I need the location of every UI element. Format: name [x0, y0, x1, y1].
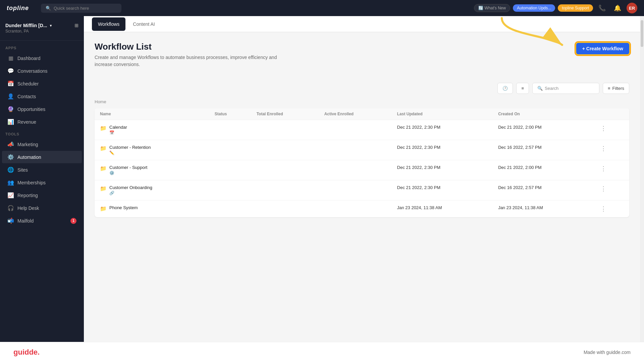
sidebar: Dunder Mifflin [D... ▼ ⊞ Scranton, PA Ap… — [0, 16, 84, 342]
total-enrolled-cell-1 — [251, 140, 319, 160]
status-cell-1 — [209, 140, 251, 160]
revenue-icon: 📊 — [7, 119, 14, 125]
created-on-cell-0: Dec 21 2022, 2:00 PM — [493, 120, 594, 140]
chevron-down-icon: ▼ — [49, 24, 52, 27]
support-sub-icon: ⚙️ — [109, 171, 114, 175]
sidebar-item-sites[interactable]: 🌐 Sites — [2, 164, 82, 176]
total-enrolled-cell-3 — [251, 180, 319, 200]
sidebar-item-helpdesk[interactable]: 🎧 Help Desk — [2, 202, 82, 214]
total-enrolled-cell-0 — [251, 120, 319, 140]
whats-new-icon: 🔄 — [478, 6, 483, 10]
sidebar-item-automation[interactable]: ⚙️ Automation — [2, 151, 82, 163]
memberships-icon: 👥 — [7, 179, 14, 186]
table-row: 📁 Customer Onboarding 🔗 Dec 21 2022, 2:3… — [95, 180, 629, 200]
actions-cell-0[interactable]: ⋮ — [594, 120, 629, 140]
last-updated-cell-4: Jan 23 2024, 11:38 AM — [392, 200, 493, 218]
global-search[interactable]: 🔍 Quick search here — [41, 4, 121, 13]
last-updated-cell-0: Dec 21 2022, 2:30 PM — [392, 120, 493, 140]
list-view-button[interactable]: ≡ — [516, 83, 529, 94]
more-options-icon: ⋮ — [599, 125, 608, 132]
total-enrolled-cell-4 — [251, 200, 319, 218]
col-total-enrolled: Total Enrolled — [251, 108, 319, 120]
scheduler-icon: 📅 — [7, 80, 14, 87]
scrollbar-thumb[interactable] — [641, 20, 643, 47]
col-status: Status — [209, 108, 251, 120]
retention-sub-icon: ✏️ — [109, 150, 114, 155]
filter-icon: ≡ — [608, 86, 610, 91]
last-updated-cell-1: Dec 21 2022, 2:30 PM — [392, 140, 493, 160]
create-workflow-button[interactable]: + Create Workflow — [576, 43, 629, 54]
created-on-cell-2: Dec 21 2022, 2:00 PM — [493, 160, 594, 180]
actions-cell-4[interactable]: ⋮ — [594, 200, 629, 218]
folder-icon: 📁 — [100, 165, 107, 172]
sidebar-item-contacts[interactable]: 👤 Contacts — [2, 90, 82, 103]
created-on-cell-1: Dec 16 2022, 2:57 PM — [493, 140, 594, 160]
active-enrolled-cell-2 — [319, 160, 392, 180]
sidebar-item-conversations[interactable]: 💬 Conversations — [2, 65, 82, 77]
company-header: Dunder Mifflin [D... ▼ ⊞ Scranton, PA — [0, 23, 84, 41]
app-logo: topline — [7, 5, 29, 12]
workflow-name-cell[interactable]: 📁 Calendar 📅 — [95, 120, 209, 140]
more-options-icon: ⋮ — [599, 185, 608, 192]
user-avatar[interactable]: ER — [627, 3, 637, 13]
mailfold-icon: 📬 — [7, 218, 14, 224]
col-created-on: Created On — [493, 108, 594, 120]
conversations-icon: 💬 — [7, 68, 14, 74]
actions-cell-1[interactable]: ⋮ — [594, 140, 629, 160]
workflow-search[interactable]: 🔍 Search — [532, 83, 599, 94]
sites-icon: 🌐 — [7, 167, 14, 173]
folder-icon: 📁 — [100, 125, 107, 131]
support-pill[interactable]: topline Support — [558, 4, 593, 12]
status-cell-2 — [209, 160, 251, 180]
layout-icon: ⊞ — [74, 23, 78, 28]
tab-content-ai[interactable]: Content AI — [127, 17, 161, 31]
sidebar-item-memberships[interactable]: 👥 Memberships — [2, 176, 82, 189]
time-view-button[interactable]: 🕐 — [497, 83, 513, 94]
created-on-cell-4: Jan 23 2024, 11:38 AM — [493, 200, 594, 218]
phone-icon-button[interactable]: 📞 — [596, 3, 608, 13]
contacts-icon: 👤 — [7, 93, 14, 100]
sidebar-item-marketing[interactable]: 📣 Marketing — [2, 138, 82, 150]
calendar-sub-icon: 📅 — [109, 130, 114, 135]
dashboard-icon: ▦ — [7, 55, 14, 61]
actions-cell-3[interactable]: ⋮ — [594, 180, 629, 200]
company-name[interactable]: Dunder Mifflin [D... ▼ ⊞ — [5, 23, 78, 28]
col-active-enrolled: Active Enrolled — [319, 108, 392, 120]
search-icon: 🔍 — [46, 6, 51, 11]
actions-cell-2[interactable]: ⋮ — [594, 160, 629, 180]
sidebar-item-scheduler[interactable]: 📅 Scheduler — [2, 77, 82, 90]
automation-updates-pill[interactable]: Automation Upds... — [513, 4, 555, 12]
last-updated-cell-3: Dec 21 2022, 2:30 PM — [392, 180, 493, 200]
tab-workflows[interactable]: Workflows — [92, 17, 125, 31]
top-navigation: topline 🔍 Quick search here 🔄 What's New… — [0, 0, 644, 16]
table-row: 📁 Calendar 📅 Dec 21 2022, 2:30 PM Dec — [95, 120, 629, 140]
scrollbar-track[interactable] — [640, 16, 644, 342]
sidebar-item-opportunities[interactable]: 🔮 Opportunities — [2, 103, 82, 115]
main-content: Workflows Content AI Workflow List Creat… — [84, 16, 640, 342]
notification-badge: 1 — [70, 218, 76, 224]
status-cell-0 — [209, 120, 251, 140]
active-enrolled-cell-4 — [319, 200, 392, 218]
nav-pills: 🔄 What's New Automation Upds... topline … — [474, 3, 637, 13]
sidebar-item-revenue[interactable]: 📊 Revenue — [2, 116, 82, 128]
folder-icon: 📁 — [100, 145, 107, 152]
workflow-name-cell[interactable]: 📁 Customer - Retention ✏️ — [95, 140, 209, 160]
helpdesk-icon: 🎧 — [7, 205, 14, 211]
sidebar-item-reporting[interactable]: 📈 Reporting — [2, 189, 82, 201]
workflow-name-cell[interactable]: 📁 Customer - Support ⚙️ — [95, 160, 209, 180]
more-options-icon: ⋮ — [599, 145, 608, 152]
whats-new-pill[interactable]: 🔄 What's New — [474, 4, 510, 12]
workflow-table: Name Status Total Enrolled Active Enroll… — [95, 108, 629, 217]
breadcrumb: Home — [95, 99, 629, 104]
sidebar-item-mailfold[interactable]: 📬 Mailfold 1 — [2, 215, 82, 227]
total-enrolled-cell-2 — [251, 160, 319, 180]
workflow-name-cell[interactable]: 📁 Phone System — [95, 200, 209, 218]
filters-button[interactable]: ≡ Filters — [603, 83, 629, 94]
sidebar-item-dashboard[interactable]: ▦ Dashboard — [2, 52, 82, 64]
status-cell-3 — [209, 180, 251, 200]
search-icon-small: 🔍 — [537, 86, 543, 91]
notifications-button[interactable]: 🔔 — [611, 3, 624, 13]
table-row: 📁 Phone System Jan 23 2024, 11:38 AM Jan… — [95, 200, 629, 218]
workflow-name-cell[interactable]: 📁 Customer Onboarding 🔗 — [95, 180, 209, 200]
folder-icon: 📁 — [100, 185, 107, 192]
